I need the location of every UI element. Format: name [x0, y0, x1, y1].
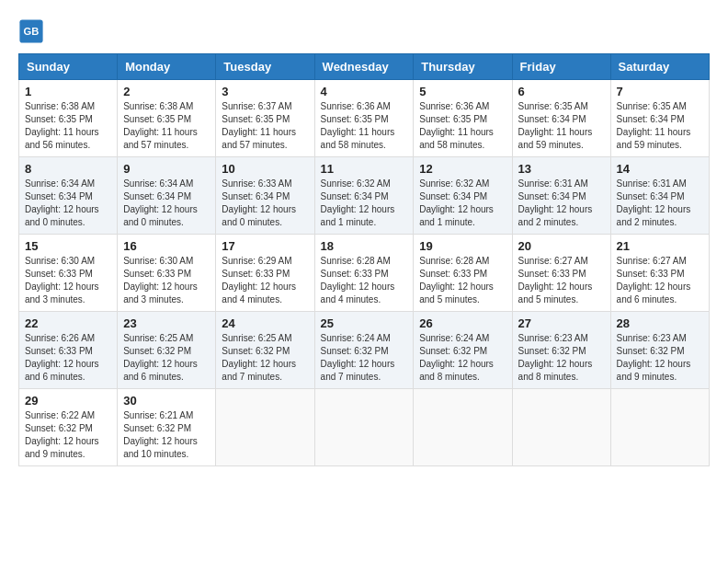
calendar-day-cell: 16Sunrise: 6:30 AM Sunset: 6:33 PM Dayli… [118, 235, 216, 312]
day-info: Sunrise: 6:31 AM Sunset: 6:34 PM Dayligh… [617, 178, 703, 229]
calendar-day-cell: 20Sunrise: 6:27 AM Sunset: 6:33 PM Dayli… [512, 235, 610, 312]
weekday-header: Thursday [414, 54, 512, 80]
calendar-day-cell: 2Sunrise: 6:38 AM Sunset: 6:35 PM Daylig… [118, 80, 216, 157]
calendar-day-cell: 14Sunrise: 6:31 AM Sunset: 6:34 PM Dayli… [610, 157, 709, 235]
calendar-day-cell: 7Sunrise: 6:35 AM Sunset: 6:34 PM Daylig… [610, 80, 709, 157]
calendar-day-cell: 25Sunrise: 6:24 AM Sunset: 6:32 PM Dayli… [314, 312, 414, 389]
svg-text:GB: GB [24, 26, 40, 37]
day-number: 30 [123, 394, 210, 408]
day-info: Sunrise: 6:38 AM Sunset: 6:35 PM Dayligh… [123, 100, 210, 152]
day-number: 1 [25, 85, 111, 98]
day-info: Sunrise: 6:24 AM Sunset: 6:32 PM Dayligh… [321, 332, 408, 384]
calendar-header-row: SundayMondayTuesdayWednesdayThursdayFrid… [19, 54, 710, 80]
day-number: 23 [123, 316, 210, 330]
day-number: 10 [222, 162, 308, 176]
calendar-day-cell: 4Sunrise: 6:36 AM Sunset: 6:35 PM Daylig… [314, 80, 414, 157]
day-number: 3 [222, 85, 308, 98]
logo-icon: GB [18, 18, 44, 44]
calendar-day-cell: 12Sunrise: 6:32 AM Sunset: 6:34 PM Dayli… [414, 157, 512, 235]
day-info: Sunrise: 6:21 AM Sunset: 6:32 PM Dayligh… [123, 409, 210, 461]
day-number: 12 [419, 162, 506, 176]
page-header: GB [18, 18, 710, 44]
day-number: 7 [617, 85, 703, 98]
calendar-day-cell: 30Sunrise: 6:21 AM Sunset: 6:32 PM Dayli… [118, 389, 216, 466]
day-number: 18 [321, 239, 408, 253]
day-info: Sunrise: 6:32 AM Sunset: 6:34 PM Dayligh… [321, 178, 408, 229]
day-info: Sunrise: 6:23 AM Sunset: 6:32 PM Dayligh… [518, 332, 605, 384]
calendar-body: 1Sunrise: 6:38 AM Sunset: 6:35 PM Daylig… [19, 80, 710, 466]
day-number: 24 [222, 316, 308, 330]
calendar-day-cell: 22Sunrise: 6:26 AM Sunset: 6:33 PM Dayli… [19, 312, 118, 389]
calendar-day-cell [216, 389, 314, 466]
day-info: Sunrise: 6:38 AM Sunset: 6:35 PM Dayligh… [25, 100, 111, 152]
weekday-header: Saturday [610, 54, 709, 80]
day-number: 6 [518, 85, 605, 98]
day-number: 16 [123, 239, 210, 253]
day-info: Sunrise: 6:30 AM Sunset: 6:33 PM Dayligh… [123, 255, 210, 306]
calendar-week-row: 8Sunrise: 6:34 AM Sunset: 6:34 PM Daylig… [19, 157, 710, 235]
calendar-day-cell: 5Sunrise: 6:36 AM Sunset: 6:35 PM Daylig… [414, 80, 512, 157]
day-info: Sunrise: 6:30 AM Sunset: 6:33 PM Dayligh… [25, 255, 111, 306]
calendar-day-cell: 10Sunrise: 6:33 AM Sunset: 6:34 PM Dayli… [216, 157, 314, 235]
calendar-day-cell: 9Sunrise: 6:34 AM Sunset: 6:34 PM Daylig… [118, 157, 216, 235]
calendar-week-row: 15Sunrise: 6:30 AM Sunset: 6:33 PM Dayli… [19, 235, 710, 312]
calendar-day-cell: 8Sunrise: 6:34 AM Sunset: 6:34 PM Daylig… [19, 157, 118, 235]
calendar-day-cell [512, 389, 610, 466]
calendar-day-cell: 19Sunrise: 6:28 AM Sunset: 6:33 PM Dayli… [414, 235, 512, 312]
calendar-day-cell: 27Sunrise: 6:23 AM Sunset: 6:32 PM Dayli… [512, 312, 610, 389]
day-info: Sunrise: 6:28 AM Sunset: 6:33 PM Dayligh… [419, 255, 506, 306]
day-number: 14 [617, 162, 703, 176]
day-number: 28 [617, 316, 703, 330]
day-info: Sunrise: 6:31 AM Sunset: 6:34 PM Dayligh… [518, 178, 605, 229]
calendar-day-cell [414, 389, 512, 466]
calendar-day-cell: 1Sunrise: 6:38 AM Sunset: 6:35 PM Daylig… [19, 80, 118, 157]
day-number: 19 [419, 239, 506, 253]
day-number: 20 [518, 239, 605, 253]
calendar-day-cell [610, 389, 709, 466]
day-info: Sunrise: 6:32 AM Sunset: 6:34 PM Dayligh… [419, 178, 506, 229]
calendar-table: SundayMondayTuesdayWednesdayThursdayFrid… [18, 53, 710, 466]
calendar-day-cell: 15Sunrise: 6:30 AM Sunset: 6:33 PM Dayli… [19, 235, 118, 312]
calendar-day-cell: 23Sunrise: 6:25 AM Sunset: 6:32 PM Dayli… [118, 312, 216, 389]
day-info: Sunrise: 6:37 AM Sunset: 6:35 PM Dayligh… [222, 100, 308, 152]
day-number: 21 [617, 239, 703, 253]
day-number: 5 [419, 85, 506, 98]
day-number: 8 [25, 162, 111, 176]
day-info: Sunrise: 6:23 AM Sunset: 6:32 PM Dayligh… [617, 332, 703, 384]
calendar-day-cell: 11Sunrise: 6:32 AM Sunset: 6:34 PM Dayli… [314, 157, 414, 235]
calendar-day-cell: 18Sunrise: 6:28 AM Sunset: 6:33 PM Dayli… [314, 235, 414, 312]
day-info: Sunrise: 6:24 AM Sunset: 6:32 PM Dayligh… [419, 332, 506, 384]
day-info: Sunrise: 6:28 AM Sunset: 6:33 PM Dayligh… [321, 255, 408, 306]
calendar-day-cell: 3Sunrise: 6:37 AM Sunset: 6:35 PM Daylig… [216, 80, 314, 157]
weekday-header: Monday [118, 54, 216, 80]
calendar-week-row: 29Sunrise: 6:22 AM Sunset: 6:32 PM Dayli… [19, 389, 710, 466]
weekday-header: Friday [512, 54, 610, 80]
calendar-day-cell: 17Sunrise: 6:29 AM Sunset: 6:33 PM Dayli… [216, 235, 314, 312]
day-number: 2 [123, 85, 210, 98]
day-number: 11 [321, 162, 408, 176]
day-info: Sunrise: 6:27 AM Sunset: 6:33 PM Dayligh… [617, 255, 703, 306]
day-info: Sunrise: 6:25 AM Sunset: 6:32 PM Dayligh… [123, 332, 210, 384]
day-number: 9 [123, 162, 210, 176]
weekday-header: Tuesday [216, 54, 314, 80]
calendar-day-cell: 28Sunrise: 6:23 AM Sunset: 6:32 PM Dayli… [610, 312, 709, 389]
calendar-day-cell: 29Sunrise: 6:22 AM Sunset: 6:32 PM Dayli… [19, 389, 118, 466]
day-info: Sunrise: 6:25 AM Sunset: 6:32 PM Dayligh… [222, 332, 308, 384]
day-info: Sunrise: 6:36 AM Sunset: 6:35 PM Dayligh… [321, 100, 408, 152]
day-info: Sunrise: 6:34 AM Sunset: 6:34 PM Dayligh… [123, 178, 210, 229]
calendar-day-cell: 13Sunrise: 6:31 AM Sunset: 6:34 PM Dayli… [512, 157, 610, 235]
day-info: Sunrise: 6:27 AM Sunset: 6:33 PM Dayligh… [518, 255, 605, 306]
calendar-day-cell: 24Sunrise: 6:25 AM Sunset: 6:32 PM Dayli… [216, 312, 314, 389]
day-info: Sunrise: 6:33 AM Sunset: 6:34 PM Dayligh… [222, 178, 308, 229]
day-number: 15 [25, 239, 111, 253]
day-number: 25 [321, 316, 408, 330]
day-number: 22 [25, 316, 111, 330]
day-number: 26 [419, 316, 506, 330]
calendar-day-cell [314, 389, 414, 466]
day-info: Sunrise: 6:35 AM Sunset: 6:34 PM Dayligh… [518, 100, 605, 152]
calendar-day-cell: 21Sunrise: 6:27 AM Sunset: 6:33 PM Dayli… [610, 235, 709, 312]
day-info: Sunrise: 6:34 AM Sunset: 6:34 PM Dayligh… [25, 178, 111, 229]
calendar-week-row: 1Sunrise: 6:38 AM Sunset: 6:35 PM Daylig… [19, 80, 710, 157]
calendar-week-row: 22Sunrise: 6:26 AM Sunset: 6:33 PM Dayli… [19, 312, 710, 389]
weekday-header: Sunday [19, 54, 118, 80]
